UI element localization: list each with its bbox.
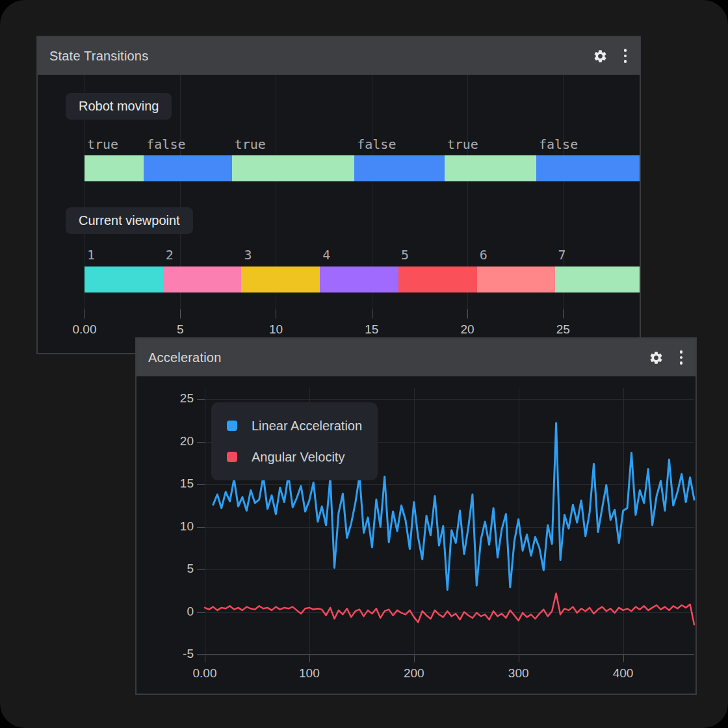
axis-tick: [563, 309, 564, 318]
accel-panel-actions: [649, 349, 684, 366]
state-segment[interactable]: [84, 266, 163, 292]
accel-panel-header[interactable]: Acceleration: [136, 339, 696, 376]
gear-icon[interactable]: [593, 48, 608, 64]
state-segment[interactable]: [163, 266, 242, 292]
series-swatch-linear-acceleration: [227, 421, 237, 431]
x-axis-label: 10: [269, 322, 283, 337]
axis-tick: [197, 612, 205, 613]
state-segment[interactable]: [445, 155, 536, 181]
state-segment-value: false: [357, 136, 396, 152]
state-segment-value: true: [235, 136, 266, 152]
series-swatch-angular-velocity: [227, 452, 237, 462]
x-axis-label: 20: [460, 322, 474, 337]
x-axis-label: 300: [508, 666, 529, 681]
acceleration-plot[interactable]: -505101520250.00100200300400 Linear Acce…: [136, 376, 696, 694]
panel-state-transitions: State Transitions Robot moving Current v…: [36, 36, 641, 354]
state-segment-value: 3: [244, 247, 252, 263]
row-label-current-viewpoint: Current viewpoint: [66, 207, 193, 234]
axis-tick: [372, 309, 372, 318]
x-axis-label: 100: [299, 666, 320, 681]
state-segment[interactable]: [241, 266, 320, 292]
state-segment-value: 4: [322, 247, 330, 263]
axis-tick: [197, 527, 205, 528]
dashboard-canvas: State Transitions Robot moving Current v…: [0, 0, 728, 728]
state-timeline-plot[interactable]: Robot moving Current viewpoint 0.0051015…: [38, 75, 640, 353]
x-axis-label: 5: [177, 322, 184, 337]
kebab-menu-icon[interactable]: [623, 47, 629, 64]
y-axis-label: 15: [155, 476, 194, 491]
axis-tick: [197, 399, 205, 400]
axis-tick: [84, 309, 85, 318]
state-segment-value: true: [87, 136, 118, 152]
x-axis-label: 200: [404, 666, 424, 681]
state-segment-value: 5: [401, 247, 409, 263]
chart-legend: Linear Acceleration Angular Velocity: [211, 402, 378, 480]
state-panel-title: State Transitions: [49, 49, 593, 64]
x-axis-label: 15: [365, 322, 378, 337]
y-axis-label: 25: [155, 391, 194, 406]
series-line-angular-velocity: [205, 593, 694, 625]
y-axis-label: 10: [155, 519, 194, 534]
state-segment-value: 2: [166, 247, 174, 263]
state-segment-value: false: [539, 136, 578, 152]
state-segment[interactable]: [144, 155, 231, 181]
state-panel-actions: [593, 47, 629, 64]
x-axis-label: 0.00: [193, 666, 217, 681]
state-segment[interactable]: [555, 266, 640, 292]
axis-tick: [180, 309, 181, 318]
x-axis-label: 25: [556, 322, 570, 337]
y-axis-label: 0: [155, 604, 194, 619]
legend-item-angular-velocity[interactable]: Angular Velocity: [227, 441, 362, 473]
legend-label: Angular Velocity: [252, 450, 344, 465]
state-segment[interactable]: [354, 155, 444, 181]
state-segment-value: false: [146, 136, 185, 152]
state-segment-value: 7: [558, 247, 566, 263]
legend-item-linear-acceleration[interactable]: Linear Acceleration: [227, 410, 362, 441]
x-axis-label: 0.00: [73, 322, 97, 337]
accel-panel-title: Acceleration: [148, 350, 649, 365]
state-segment[interactable]: [320, 266, 398, 292]
state-segment[interactable]: [84, 155, 144, 181]
state-segment[interactable]: [232, 155, 354, 181]
kebab-menu-icon[interactable]: [679, 349, 684, 366]
row-label-robot-moving: Robot moving: [66, 93, 172, 120]
axis-tick: [276, 309, 276, 318]
y-axis-label: 20: [155, 434, 194, 448]
state-segment-value: true: [447, 136, 478, 152]
state-segment[interactable]: [477, 266, 556, 292]
state-panel-header[interactable]: State Transitions: [38, 37, 640, 75]
gear-icon[interactable]: [649, 350, 664, 365]
x-axis-label: 400: [613, 666, 634, 681]
axis-tick: [467, 309, 468, 318]
legend-label: Linear Acceleration: [252, 419, 362, 434]
panel-acceleration: Acceleration -505101520250.0010020030040…: [135, 337, 697, 695]
state-segment[interactable]: [398, 266, 477, 292]
axis-tick: [197, 569, 205, 570]
axis-tick: [197, 442, 205, 443]
y-axis-label: -5: [155, 647, 194, 661]
y-axis-label: 5: [155, 562, 194, 576]
axis-tick: [197, 484, 205, 485]
state-segment-value: 1: [87, 247, 95, 263]
state-segment-value: 6: [480, 247, 488, 263]
state-segment[interactable]: [536, 155, 640, 181]
